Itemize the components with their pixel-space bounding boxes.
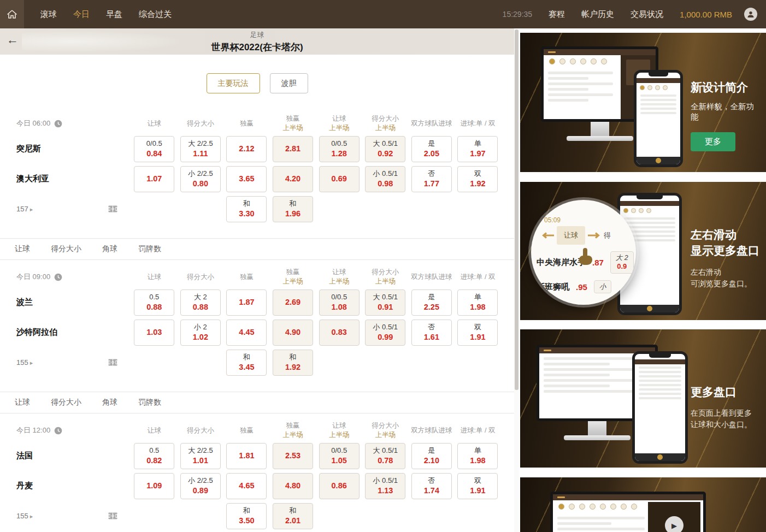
odds-cell[interactable]: 是2.10 [411,443,452,469]
odds-column-header: 得分大小上半场 [362,268,409,286]
market-tab-让球[interactable]: 让球 [15,244,30,254]
odds-cell[interactable]: 大 0.5/10.91 [365,289,405,316]
more-markets-button[interactable]: 155▸ [16,512,33,520]
odds-cell[interactable]: 双1.91 [457,320,498,346]
odds-cell[interactable]: 大 2/2.51.01 [180,443,221,469]
odds-price: 1.03 [146,327,162,338]
drag-market-label: 让球 [557,226,585,245]
promo-banner-video[interactable]: ▶ [520,477,766,532]
odds-cell[interactable]: 1.81 [226,443,267,469]
home-button[interactable] [0,0,24,28]
odds-cell[interactable]: 单1.97 [457,136,498,162]
back-button[interactable]: ← [7,34,19,46]
odds-cell[interactable]: 小 0.5/10.98 [365,166,405,192]
nav-item-滚球[interactable]: 滚球 [40,9,57,20]
odds-cell[interactable]: 4.90 [273,320,313,346]
odds-cell[interactable]: 是2.25 [411,289,452,316]
odds-cell[interactable]: 0.83 [319,320,360,346]
odds-line-value: 单 [474,446,481,456]
odds-cell[interactable]: 0.69 [319,166,360,192]
odds-cell[interactable]: 大 20.88 [180,289,221,316]
nav-item-综合过关[interactable]: 综合过关 [139,9,172,20]
odds-cell[interactable]: 0/0.51.05 [319,443,360,469]
odds-cell[interactable]: 0/0.51.28 [319,136,360,162]
odds-price: 0.88 [146,302,162,312]
odds-line-value: 小 2/2.5 [188,169,213,179]
market-tab-罚牌数[interactable]: 罚牌数 [138,244,161,254]
odds-cell[interactable]: 1.03 [134,320,174,346]
promo-banner-more-markets[interactable]: 更多盘口 在页面上看到更多 让球和大小盘口。 [520,329,766,468]
odds-cell[interactable]: 和1.96 [273,196,313,222]
market-tab-角球[interactable]: 角球 [102,244,117,254]
odds-price: 4.65 [239,481,254,491]
odds-cell[interactable]: 和3.30 [226,196,267,222]
odds-cell[interactable]: 0.50.88 [134,289,174,316]
nav-item-早盘[interactable]: 早盘 [106,9,122,20]
odds-cell[interactable]: 小 0.5/11.13 [365,473,405,499]
odds-cell[interactable]: 和3.50 [226,503,267,529]
odds-price: 1.96 [285,209,300,219]
odds-cell[interactable]: 大 0.5/10.78 [365,443,405,469]
odds-cell[interactable]: 双1.91 [457,473,498,499]
odds-cell[interactable]: 大 2/2.51.11 [180,136,221,162]
odds-cell[interactable]: 4.80 [273,473,313,499]
more-markets-button[interactable]: 157▸ [16,205,33,213]
market-tab-得分大小[interactable]: 得分大小 [51,244,81,254]
market-tab-罚牌数[interactable]: 罚牌数 [138,398,161,407]
play-mode-tab-主要玩法[interactable]: 主要玩法 [207,73,260,93]
odds-cell[interactable]: 小 2/2.50.80 [180,166,221,192]
odds-cell[interactable]: 2.53 [273,443,313,469]
odds-cell[interactable]: 0.86 [319,473,360,499]
odds-cell[interactable]: 0.50.82 [134,443,174,469]
odds-price: 1.92 [470,179,485,189]
odds-cell[interactable]: 单1.98 [457,443,498,469]
topbar-link-交易状况[interactable]: 交易状况 [631,9,663,20]
odds-cell[interactable]: 2.69 [273,289,313,316]
market-tab-角球[interactable]: 角球 [102,398,117,407]
odds-cell[interactable]: 4.20 [273,166,313,192]
odds-cell[interactable]: 否1.77 [411,166,452,192]
odds-cell[interactable]: 2.81 [273,136,313,162]
odds-cell[interactable]: 大 0.5/10.92 [365,136,405,162]
scrollbar-thumb[interactable] [515,29,518,390]
odds-line-value: 和 [290,506,297,516]
chevron-right-icon: ▸ [30,206,33,212]
account-avatar-icon[interactable] [744,8,757,21]
market-tab-让球[interactable]: 让球 [15,398,30,407]
odds-cell[interactable]: 0/0.51.08 [319,289,360,316]
promo-more-button[interactable]: 更多 [691,132,735,151]
odds-cell[interactable]: 1.87 [226,289,267,316]
odds-price: 1.01 [193,456,208,466]
odds-cell[interactable]: 小 0.5/10.99 [365,320,405,346]
odds-cell[interactable]: 和2.01 [273,503,313,529]
nav-item-今日[interactable]: 今日 [73,9,90,20]
odds-cell[interactable]: 小 2/2.50.89 [180,473,221,499]
play-icon[interactable]: ▶ [665,516,683,532]
odds-cell[interactable]: 和3.45 [226,350,267,376]
odds-cell[interactable]: 单1.98 [457,289,498,316]
play-mode-tab-波胆[interactable]: 波胆 [270,73,308,93]
odds-cell[interactable]: 否1.74 [411,473,452,499]
odds-cell[interactable]: 小 21.02 [180,320,221,346]
odds-cell[interactable]: 0/0.50.84 [134,136,174,162]
market-tab-得分大小[interactable]: 得分大小 [51,398,81,407]
odds-cell[interactable]: 否1.61 [411,320,452,346]
odds-cell[interactable]: 3.65 [226,166,267,192]
odds-cell[interactable]: 2.12 [226,136,267,162]
odds-cell[interactable]: 和1.92 [273,350,313,376]
promo-banner-new-design[interactable]: 新设计简介 全新样貌，全新功能 更多 [520,33,766,172]
odds-cell[interactable]: 1.09 [134,473,174,499]
odds-cell[interactable]: 4.65 [226,473,267,499]
home-icon [7,9,17,19]
odds-line-value: 是 [428,293,435,302]
more-markets-button[interactable]: 155▸ [16,358,33,367]
odds-price: 2.53 [285,451,300,461]
promo-banner-swipe[interactable]: 05:09 让球 得 中央海岸水手 .87 大 20.9 斯班狮吼 [520,182,766,320]
odds-cell[interactable]: 双1.92 [457,166,498,192]
scrollbar-track[interactable] [514,28,519,532]
topbar-link-帐户历史[interactable]: 帐户历史 [581,9,614,20]
odds-cell[interactable]: 4.45 [226,320,267,346]
odds-cell[interactable]: 1.07 [134,166,174,192]
odds-cell[interactable]: 是2.05 [411,136,452,162]
topbar-link-赛程[interactable]: 赛程 [549,9,565,20]
